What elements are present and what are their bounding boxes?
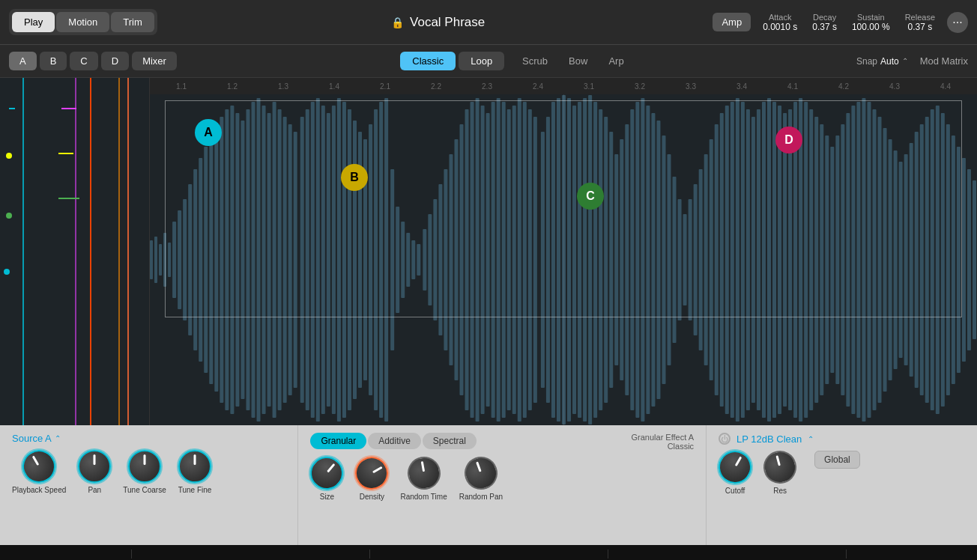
bottom-divider-1 [131,550,132,559]
res-group: Res [763,451,796,495]
play-button[interactable]: Play [12,12,55,32]
cutoff-knob[interactable] [713,445,757,490]
title-area: 🔒 Vocal Phrase [163,15,713,30]
svg-rect-70 [512,106,516,414]
snap-area: Snap Auto ⌃ [856,56,908,67]
preset-d-button[interactable]: D [101,52,129,70]
playback-speed-group: Playback Speed [12,450,66,494]
motion-button[interactable]: Motion [56,12,109,32]
density-knob[interactable] [349,451,394,496]
svg-rect-24 [267,113,271,407]
svg-rect-135 [856,102,860,418]
mixer-button[interactable]: Mixer [132,52,177,70]
loop-mode-button[interactable]: Loop [459,52,504,70]
svg-rect-1 [150,240,153,279]
preset-a-button[interactable]: A [9,52,37,70]
additive-tab[interactable]: Additive [368,433,421,449]
mod-matrix-button[interactable]: Mod Matrix [920,55,968,67]
svg-rect-21 [251,102,255,418]
svg-rect-127 [814,117,818,403]
svg-rect-15 [220,117,223,403]
waveform-area[interactable]: 1.1 1.2 1.3 1.4 2.1 2.2 2.3 2.4 3.1 3.2 … [150,78,977,425]
spectral-tab[interactable]: Spectral [423,433,477,449]
svg-rect-108 [715,124,719,395]
svg-rect-19 [241,121,244,399]
svg-rect-67 [497,98,500,421]
svg-rect-143 [899,162,903,358]
global-button[interactable]: Global [814,451,860,469]
random-pan-label: Random Pan [459,493,503,501]
scrub-button[interactable]: Scrub [513,52,557,70]
svg-rect-26 [278,109,282,410]
cutoff-group: Cutoff [719,451,751,495]
svg-rect-91 [625,124,629,395]
size-group: Size [310,457,343,501]
svg-rect-45 [379,102,383,418]
granular-tab[interactable]: Granular [310,433,366,449]
marker-a[interactable]: A [195,119,222,146]
pan-group: Pan [78,450,111,494]
svg-rect-30 [300,117,304,403]
svg-rect-109 [720,113,724,407]
random-pan-knob[interactable] [460,452,502,494]
bottom-controls: Source A ⌃ Playback Speed Pan Tune Coars… [0,425,977,545]
svg-rect-106 [704,154,708,365]
marker-d[interactable]: D [775,127,802,153]
svg-rect-16 [225,109,229,410]
center-line [563,94,564,425]
arp-button[interactable]: Arp [599,52,632,70]
bow-button[interactable]: Bow [560,52,596,70]
svg-rect-157 [973,180,976,339]
random-time-label: Random Time [400,493,447,501]
decay-display: Decay 0.37 s [812,13,837,32]
svg-rect-66 [491,102,495,418]
svg-rect-37 [337,98,341,421]
svg-rect-138 [872,109,876,410]
res-knob[interactable] [760,447,800,487]
svg-rect-32 [311,102,315,418]
playback-speed-knob[interactable] [16,444,61,489]
size-knob[interactable] [303,450,350,496]
attack-label: Attack [763,13,797,22]
svg-rect-51 [411,240,415,279]
preset-b-button[interactable]: B [40,52,67,70]
trim-button[interactable]: Trim [111,12,154,32]
svg-rect-9 [188,184,192,335]
svg-rect-140 [883,128,887,392]
svg-rect-126 [809,109,813,410]
svg-rect-48 [396,207,399,313]
svg-rect-52 [417,244,420,276]
amp-button[interactable]: Amp [713,13,751,31]
svg-rect-132 [841,124,844,395]
svg-rect-136 [862,98,865,421]
tune-coarse-knob[interactable] [128,450,161,483]
svg-rect-49 [401,222,405,298]
snap-label: Snap [856,56,877,67]
more-button[interactable]: ··· [947,12,968,33]
svg-rect-8 [183,199,187,320]
tune-fine-knob[interactable] [178,450,211,483]
density-group: Density [355,457,388,501]
svg-rect-113 [741,102,745,418]
classic-mode-button[interactable]: Classic [400,52,456,70]
svg-rect-146 [915,132,919,388]
power-button[interactable]: ⏻ [719,433,731,445]
svg-rect-20 [246,109,249,410]
svg-rect-150 [936,106,940,414]
transport-group: Play Motion Trim [9,9,157,35]
pan-knob[interactable] [78,450,111,483]
svg-rect-133 [846,113,850,407]
random-time-knob[interactable] [405,454,443,493]
svg-rect-141 [889,139,892,380]
marker-b[interactable]: B [341,164,368,191]
svg-rect-90 [620,139,623,380]
preset-c-button[interactable]: C [70,52,97,70]
svg-rect-103 [689,199,692,320]
marker-c[interactable]: C [577,183,604,210]
svg-rect-96 [651,113,655,407]
svg-rect-4 [163,233,166,287]
svg-rect-39 [348,109,351,410]
svg-rect-131 [835,136,839,384]
svg-rect-116 [757,109,760,410]
granular-knobs: Size Density Random Time Random Pan [310,457,694,501]
